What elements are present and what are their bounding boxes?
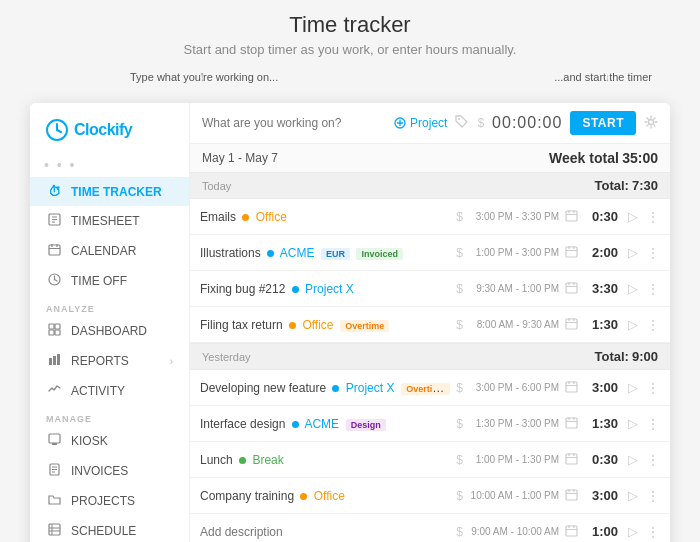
sidebar-item-timesheet[interactable]: TIMESHEET [30, 206, 189, 236]
more-icon[interactable]: ⋮ [646, 245, 660, 261]
sidebar-dots: • • • [30, 153, 189, 177]
calendar-icon[interactable] [565, 416, 578, 432]
project-name: Project X [305, 282, 354, 296]
calendar-icon[interactable] [565, 209, 578, 225]
annotation-top-right: ...and start the timer [554, 71, 652, 83]
svg-rect-14 [49, 324, 54, 329]
play-icon[interactable]: ▷ [628, 209, 638, 224]
table-row: Lunch Break $ 1:00 PM - 1:30 PM 0:30 ▷ ⋮ [190, 442, 670, 478]
sidebar-item-time-off[interactable]: TIME OFF [30, 266, 189, 296]
more-icon[interactable]: ⋮ [646, 488, 660, 504]
play-icon[interactable]: ▷ [628, 452, 638, 467]
project-color-dot [300, 493, 307, 500]
more-icon[interactable]: ⋮ [646, 209, 660, 225]
logo-text: Clockify [74, 121, 132, 139]
sidebar-item-time-tracker[interactable]: ⏱ TIME TRACKER [30, 177, 189, 206]
billable-dollar-icon[interactable]: $ [456, 417, 463, 431]
sidebar-item-projects[interactable]: PROJECTS [30, 486, 189, 516]
what-working-input[interactable] [202, 116, 386, 130]
svg-line-2 [57, 130, 61, 132]
start-button[interactable]: START [570, 111, 636, 135]
sidebar-item-calendar[interactable]: CALENDAR [30, 236, 189, 266]
table-row: Illustrations ACME EUR Invoiced $ 1:00 P… [190, 235, 670, 271]
calendar-icon[interactable] [565, 524, 578, 540]
billable-icon[interactable]: $ [477, 116, 484, 130]
calendar-icon[interactable] [565, 452, 578, 468]
more-icon[interactable]: ⋮ [646, 452, 660, 468]
billable-dollar-icon[interactable]: $ [456, 381, 463, 395]
sidebar-item-label: TIME OFF [71, 274, 127, 288]
tag-icon[interactable] [455, 115, 469, 132]
project-color-dot [242, 214, 249, 221]
billable-dollar-icon[interactable]: $ [456, 525, 463, 539]
entry-description: Fixing bug #212 Project X [200, 282, 450, 296]
entry-duration: 3:30 [584, 281, 618, 296]
entry-description: Emails Office [200, 210, 450, 224]
more-icon[interactable]: ⋮ [646, 416, 660, 432]
svg-rect-17 [55, 330, 60, 335]
play-icon[interactable]: ▷ [628, 380, 638, 395]
table-row: Fixing bug #212 Project X $ 9:30 AM - 1:… [190, 271, 670, 307]
project-name: Office [256, 210, 287, 224]
entry-time-range: 10:00 AM - 1:00 PM [469, 490, 559, 501]
svg-rect-27 [49, 524, 60, 535]
sidebar-item-label: CALENDAR [71, 244, 136, 258]
sidebar-item-kiosk[interactable]: KIOSK [30, 426, 189, 456]
calendar-icon[interactable] [565, 317, 578, 333]
more-icon[interactable]: ⋮ [646, 524, 660, 540]
play-icon[interactable]: ▷ [628, 317, 638, 332]
play-icon[interactable]: ▷ [628, 281, 638, 296]
add-description-input[interactable] [200, 525, 450, 539]
project-color-dot [332, 385, 339, 392]
week-total-value: 35:00 [622, 150, 658, 166]
table-row: Developing new feature Project X Overtim… [190, 370, 670, 406]
play-icon[interactable]: ▷ [628, 524, 638, 539]
sidebar-item-label: ACTIVITY [71, 384, 125, 398]
calendar-icon[interactable] [565, 245, 578, 261]
svg-rect-16 [49, 330, 54, 335]
entry-description: Illustrations ACME EUR Invoiced [200, 246, 450, 260]
sidebar-item-activity[interactable]: ACTIVITY [30, 376, 189, 406]
calendar-icon[interactable] [565, 281, 578, 297]
billable-dollar-icon[interactable]: $ [456, 210, 463, 224]
play-icon[interactable]: ▷ [628, 416, 638, 431]
sidebar-item-dashboard[interactable]: DASHBOARD [30, 316, 189, 346]
sidebar-item-invoices[interactable]: INVOICES [30, 456, 189, 486]
badge-overtime: Overtime [401, 383, 450, 395]
billable-dollar-icon[interactable]: $ [456, 489, 463, 503]
svg-rect-15 [55, 324, 60, 329]
more-icon[interactable]: ⋮ [646, 281, 660, 297]
calendar-icon[interactable] [565, 380, 578, 396]
svg-rect-70 [566, 526, 577, 536]
billable-dollar-icon[interactable]: $ [456, 246, 463, 260]
project-button[interactable]: Project [394, 116, 447, 130]
week-total: Week total 35:00 [549, 150, 658, 166]
timer-settings-icon[interactable] [644, 115, 658, 132]
entry-time-range: 9:30 AM - 1:00 PM [469, 283, 559, 294]
calendar-icon [46, 243, 62, 259]
project-name: Project X [346, 381, 395, 395]
more-icon[interactable]: ⋮ [646, 380, 660, 396]
sidebar-item-schedule[interactable]: SCHEDULE [30, 516, 189, 542]
sidebar-item-label: SCHEDULE [71, 524, 136, 538]
svg-rect-22 [52, 443, 57, 445]
sidebar: Clockify • • • ⏱ TIME TRACKER TIMESHEET … [30, 103, 190, 542]
play-icon[interactable]: ▷ [628, 245, 638, 260]
badge-design: Design [346, 419, 386, 431]
more-icon[interactable]: ⋮ [646, 317, 660, 333]
activity-icon [46, 383, 62, 399]
billable-dollar-icon[interactable]: $ [456, 453, 463, 467]
kiosk-icon [46, 433, 62, 449]
billable-dollar-icon[interactable]: $ [456, 318, 463, 332]
entry-description: Lunch Break [200, 453, 450, 467]
billable-dollar-icon[interactable]: $ [456, 282, 463, 296]
entry-time-range: 3:00 PM - 6:00 PM [469, 382, 559, 393]
play-icon[interactable]: ▷ [628, 488, 638, 503]
entry-description: Interface design ACME Design [200, 417, 450, 431]
week-total-label: Week total [549, 150, 619, 166]
sidebar-item-reports[interactable]: REPORTS › [30, 346, 189, 376]
project-color-dot [239, 457, 246, 464]
calendar-icon[interactable] [565, 488, 578, 504]
add-description-row: $ 9:00 AM - 10:00 AM 1:00 ▷ ⋮ [190, 514, 670, 542]
yesterday-total: Total: 9:00 [594, 349, 658, 364]
